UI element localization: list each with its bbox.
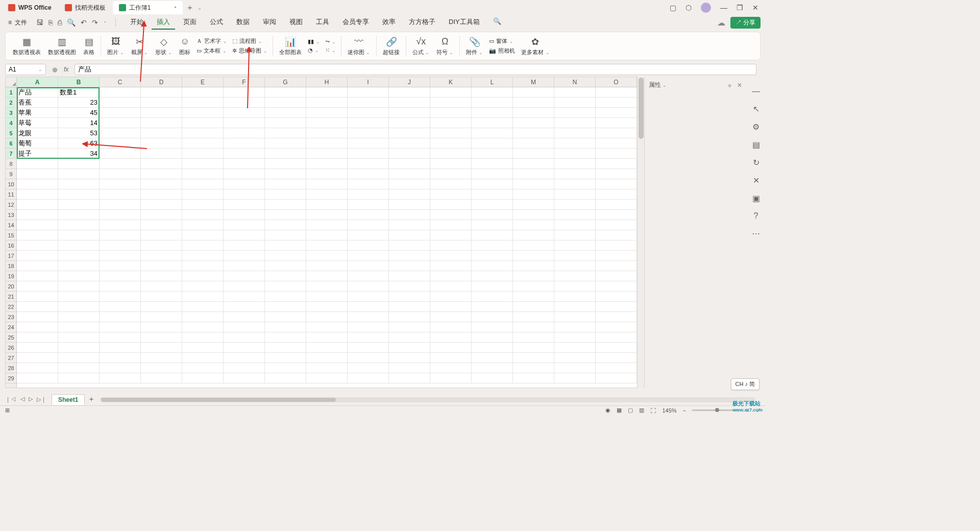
cell[interactable] [17,363,58,373]
cell[interactable]: 葡萄 [17,138,58,149]
cell[interactable] [430,200,472,210]
cell[interactable] [224,363,265,373]
cell[interactable] [224,159,265,169]
cell[interactable] [554,292,596,302]
col-header-E[interactable]: E [182,77,224,87]
cell[interactable] [430,343,472,353]
cell[interactable] [265,281,306,292]
settings-icon[interactable]: ⚙ [752,122,760,132]
cell[interactable]: 香蕉 [17,98,58,108]
cell[interactable] [182,149,224,159]
cell[interactable] [265,332,306,343]
cell[interactable]: 63 [58,138,100,149]
cell[interactable] [306,149,348,159]
tools-icon[interactable]: ✕ [753,176,760,185]
row-header-5[interactable]: 5 [6,128,16,138]
cell[interactable] [596,363,637,373]
cell[interactable] [596,210,637,220]
cell[interactable] [17,332,58,343]
cell[interactable] [141,169,182,179]
grid-icon[interactable]: ▦ [617,407,622,414]
cell[interactable] [224,230,265,240]
cell[interactable] [100,128,141,138]
cell[interactable] [265,230,306,240]
cell[interactable] [58,271,100,281]
cell[interactable] [141,189,182,200]
cell[interactable] [348,271,389,281]
cell[interactable] [430,261,472,271]
cell[interactable] [265,220,306,230]
cell[interactable] [17,292,58,302]
cell[interactable] [182,169,224,179]
row-header-2[interactable]: 2 [6,98,16,108]
cell[interactable] [472,322,513,332]
cell[interactable] [182,108,224,118]
cell[interactable] [224,332,265,343]
formula-input[interactable]: 产品 [75,64,756,75]
cell[interactable] [100,108,141,118]
cell[interactable] [58,312,100,322]
cell[interactable] [430,281,472,292]
cell[interactable] [554,200,596,210]
cell[interactable] [389,118,430,128]
search-tab[interactable]: 🔍 [488,15,506,30]
more-icon[interactable]: ⋯ [752,229,760,238]
cell[interactable] [554,87,596,98]
cell[interactable] [265,98,306,108]
cell[interactable] [513,179,554,189]
cell[interactable] [430,353,472,363]
col-header-A[interactable]: A [17,77,58,87]
cell[interactable] [348,189,389,200]
cell[interactable] [182,240,224,251]
cell[interactable] [348,108,389,118]
cell[interactable] [141,98,182,108]
cell[interactable] [58,332,100,343]
cell[interactable] [224,240,265,251]
cell[interactable] [224,98,265,108]
cell[interactable] [182,118,224,128]
cell[interactable] [306,292,348,302]
cell[interactable] [224,87,265,98]
cell[interactable] [472,189,513,200]
cell[interactable] [348,302,389,312]
cell[interactable] [100,281,141,292]
ribbon-shape[interactable]: ◇形状 ⌄ [152,36,175,56]
cell[interactable] [58,240,100,251]
cell[interactable] [182,230,224,240]
cell[interactable] [100,240,141,251]
tab-wps-office[interactable]: WPS Office [2,1,58,14]
cell[interactable] [306,302,348,312]
cell[interactable] [430,189,472,200]
cell[interactable] [596,271,637,281]
cell[interactable] [17,169,58,179]
cell[interactable] [265,343,306,353]
cell[interactable] [306,200,348,210]
cell[interactable] [472,271,513,281]
cell[interactable] [389,292,430,302]
cell[interactable] [141,159,182,169]
cell[interactable] [596,149,637,159]
cell[interactable] [554,271,596,281]
col-header-M[interactable]: M [513,77,554,87]
cell[interactable] [17,353,58,363]
cell[interactable] [430,322,472,332]
cell[interactable] [472,210,513,220]
cell[interactable] [513,240,554,251]
cell[interactable] [389,363,430,373]
cell[interactable] [348,220,389,230]
cell[interactable] [513,98,554,108]
cell[interactable] [472,353,513,363]
cell[interactable] [265,302,306,312]
cell[interactable] [348,363,389,373]
row-header-12[interactable]: 12 [6,200,16,210]
select-tool-icon[interactable]: ↖ [753,104,760,114]
cell[interactable] [430,302,472,312]
cell[interactable] [100,179,141,189]
cell[interactable] [58,169,100,179]
cell[interactable] [306,353,348,363]
cell[interactable] [306,179,348,189]
collapse-icon[interactable]: — [752,87,760,96]
cell[interactable] [306,230,348,240]
cell[interactable] [554,230,596,240]
cell[interactable] [389,271,430,281]
